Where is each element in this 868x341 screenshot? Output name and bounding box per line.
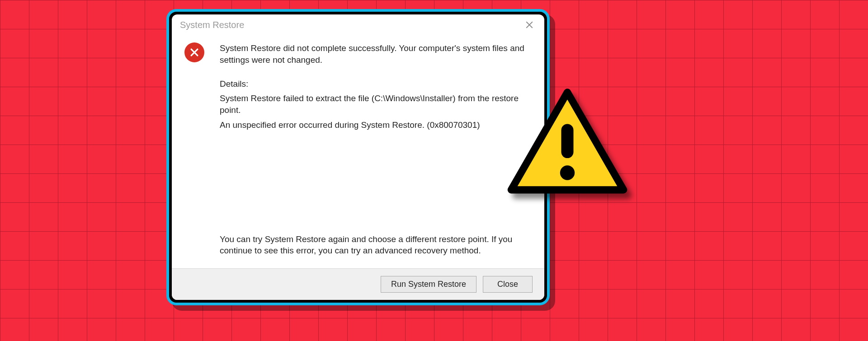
error-summary: System Restore did not complete successf…: [220, 42, 527, 65]
dialog-inner: System Restore System Restore did not co…: [172, 14, 544, 300]
system-restore-dialog: System Restore System Restore did not co…: [166, 9, 550, 305]
titlebar: System Restore: [172, 14, 544, 35]
dialog-body: System Restore did not complete successf…: [172, 35, 544, 268]
advice-text: You can try System Restore again and cho…: [220, 234, 527, 257]
window-title: System Restore: [180, 20, 244, 30]
details-line-2: An unspecified error occurred during Sys…: [220, 119, 527, 131]
run-system-restore-button[interactable]: Run System Restore: [381, 276, 476, 293]
details-line-1: System Restore failed to extract the fil…: [220, 93, 527, 116]
close-icon[interactable]: [523, 18, 536, 32]
icon-column: [184, 42, 207, 265]
close-button[interactable]: Close: [483, 276, 533, 293]
button-bar: Run System Restore Close: [172, 268, 544, 300]
svg-point-2: [560, 165, 575, 180]
text-column: System Restore did not complete successf…: [220, 42, 532, 265]
svg-rect-1: [561, 124, 574, 159]
error-icon: [184, 42, 204, 62]
details-label: Details:: [220, 78, 527, 90]
